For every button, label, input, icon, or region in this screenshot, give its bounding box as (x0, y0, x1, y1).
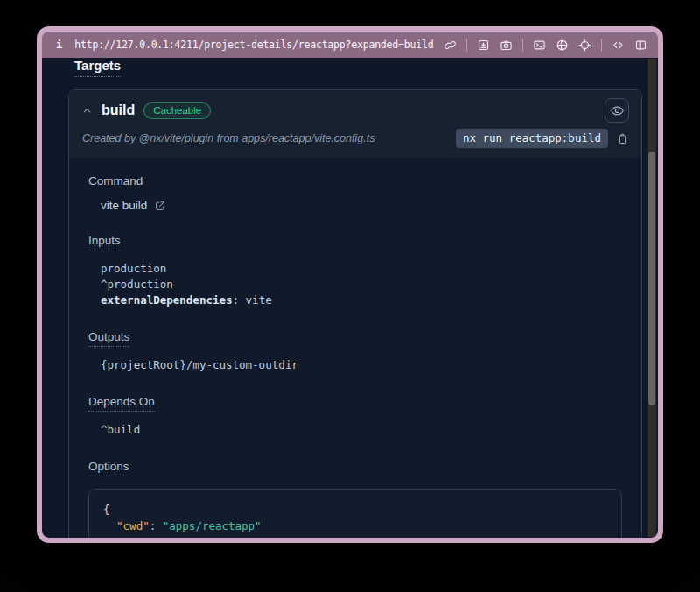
section-outputs: Outputs {projectRoot}/my-custom-outdir (88, 328, 622, 373)
copy-icon[interactable] (616, 132, 629, 145)
vertical-scrollbar-track[interactable] (648, 59, 656, 537)
browser-toolbar: i http://127.0.0.1:4211/project-details/… (42, 32, 658, 58)
outputs-heading[interactable]: Outputs (88, 330, 130, 347)
json-line: { (103, 501, 607, 518)
inspect-target-icon[interactable] (578, 39, 592, 52)
input-item: production (101, 261, 622, 277)
section-options: Options { "cwd": "apps/reactapp" } (88, 458, 622, 538)
json-key: "cwd" (116, 519, 150, 532)
input-item: ^production (101, 277, 622, 292)
inputs-heading[interactable]: Inputs (88, 234, 121, 250)
network-globe-icon[interactable] (556, 39, 569, 52)
json-string-value: "apps/reactapp" (163, 519, 262, 532)
json-line: "cwd": "apps/reactapp" (103, 518, 607, 534)
options-heading[interactable]: Options (88, 460, 130, 476)
build-header-row[interactable]: build Cacheable (81, 98, 629, 123)
run-command-chip: nx run reactapp:build (456, 129, 608, 148)
project-details-content: Targets build Cacheable Created by @nx/v… (42, 58, 642, 538)
page-viewport: Targets build Cacheable Created by @nx/v… (42, 58, 658, 538)
depends-on-heading[interactable]: Depends On (88, 395, 155, 412)
output-item: {projectRoot}/my-custom-outdir (101, 357, 622, 373)
split-panel-icon[interactable] (634, 39, 648, 52)
target-card-build: build Cacheable Created by @nx/vite/plug… (68, 89, 642, 538)
console-icon[interactable] (533, 39, 546, 52)
desktop-background: i http://127.0.0.1:4211/project-details/… (0, 0, 700, 592)
toolbar-divider (466, 39, 467, 52)
external-link-icon[interactable] (154, 200, 166, 212)
section-depends-on: Depends On ^build (88, 393, 622, 438)
link-icon[interactable] (444, 39, 457, 52)
section-command: Command vite build (88, 173, 622, 212)
view-graph-button[interactable] (605, 98, 629, 123)
command-value: vite build (101, 199, 147, 212)
build-card-body: Command vite build Inputs production ^pr… (69, 158, 641, 538)
json-line: } (103, 534, 607, 538)
depends-on-item: ^build (101, 422, 622, 438)
camera-icon[interactable] (500, 39, 513, 52)
cacheable-badge: Cacheable (144, 102, 211, 119)
browser-window: i http://127.0.0.1:4211/project-details/… (37, 26, 663, 543)
build-card-header: build Cacheable Created by @nx/vite/plug… (69, 90, 641, 158)
toolbar-divider (601, 39, 602, 52)
info-icon[interactable]: i (56, 39, 62, 51)
code-icon[interactable] (612, 39, 625, 52)
command-value-row: vite build (101, 199, 622, 212)
address-bar-url: http://127.0.0.1:4211/project-details/re… (74, 39, 444, 51)
input-item: externalDependencies: vite (101, 292, 622, 308)
toolbar-divider (522, 39, 523, 52)
chevron-up-icon (81, 105, 93, 116)
build-meta-row: Created by @nx/vite/plugin from apps/rea… (81, 129, 629, 148)
targets-heading: Targets (74, 58, 121, 77)
section-inputs: Inputs production ^production externalDe… (88, 232, 622, 308)
save-page-icon[interactable] (477, 39, 490, 52)
command-heading: Command (88, 174, 143, 187)
toolbar-actions (444, 39, 648, 52)
options-json-box: { "cwd": "apps/reactapp" } (88, 489, 622, 538)
vertical-scrollbar-thumb[interactable] (648, 152, 655, 405)
created-by-text: Created by @nx/vite/plugin from apps/rea… (82, 132, 448, 144)
target-name: build (102, 102, 135, 118)
